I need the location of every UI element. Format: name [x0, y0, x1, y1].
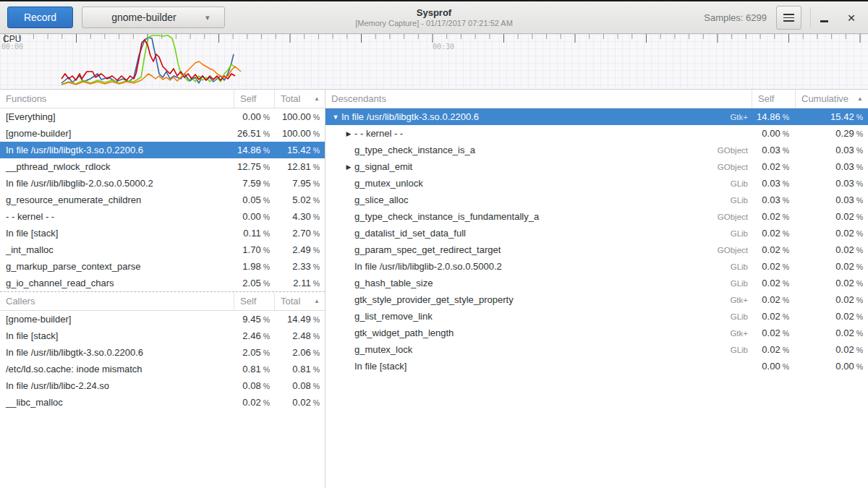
- self-percent: 0.11%: [234, 228, 275, 239]
- library-badge: GLib: [697, 229, 752, 238]
- cumulative-percent: 0.02%: [796, 244, 868, 255]
- self-percent: 0.02%: [752, 261, 796, 272]
- functions-table-row[interactable]: g_io_channel_read_chars2.05%2.11%: [0, 275, 325, 291]
- descendants-tree-row[interactable]: g_slice_allocGLib0.03%0.03%: [326, 192, 868, 208]
- function-name: - - kernel - -: [0, 211, 234, 222]
- callers-table-row[interactable]: In file /usr/lib/libc-2.24.so0.08%0.08%: [0, 377, 325, 394]
- descendants-tree-row[interactable]: g_type_check_instance_is_aGObject0.03%0.…: [326, 142, 868, 158]
- function-name: In file /usr/lib/libc-2.24.so: [0, 380, 234, 391]
- minimize-button[interactable]: [812, 1, 836, 34]
- tree-row-name: gtk_style_provider_get_style_property: [326, 294, 697, 305]
- library-badge: Gtk+: [697, 296, 752, 304]
- functions-table-row[interactable]: - - kernel - -0.00%4.30%: [0, 208, 325, 225]
- total-percent: 2.33%: [275, 261, 325, 272]
- self-column-header[interactable]: Self: [234, 90, 275, 108]
- tree-row-name: gtk_widget_path_length: [326, 328, 697, 338]
- total-column-header[interactable]: Total▲: [275, 90, 325, 108]
- self-percent: 0.02%: [752, 228, 796, 239]
- expander-closed-icon[interactable]: ▶: [343, 130, 354, 137]
- self-percent: 14.86%: [234, 145, 275, 155]
- record-button[interactable]: Record: [7, 7, 73, 28]
- close-button[interactable]: ×: [839, 1, 864, 34]
- descendants-tree-row[interactable]: In file /usr/lib/libglib-2.0.so.0.5000.2…: [326, 258, 868, 275]
- cumulative-column-header[interactable]: Cumulative▲: [796, 90, 868, 108]
- self-percent: 12.75%: [234, 161, 275, 172]
- window-title: Sysprof: [417, 7, 451, 19]
- self-column-header[interactable]: Self: [752, 90, 796, 108]
- menu-button[interactable]: [776, 6, 801, 30]
- library-badge: GLib: [697, 196, 752, 205]
- function-name: g_slice_alloc: [354, 194, 408, 205]
- callers-table-row[interactable]: [gnome-builder]9.45%14.49%: [0, 311, 325, 328]
- descendants-tree-row[interactable]: g_list_remove_linkGLib0.02%0.02%: [326, 308, 868, 325]
- process-selector-value: gnome-builder: [82, 12, 205, 23]
- callers-table-row[interactable]: In file /usr/lib/libgtk-3.so.0.2200.62.0…: [0, 344, 325, 361]
- cumulative-percent: 0.03%: [796, 194, 868, 205]
- function-name: In file /usr/lib/libgtk-3.so.0.2200.6: [0, 145, 234, 155]
- callers-table-row[interactable]: In file [stack]2.46%2.48%: [0, 328, 325, 344]
- callers-column-header[interactable]: Callers: [0, 292, 234, 310]
- descendants-tree-row[interactable]: g_type_check_instance_is_fundamentally_a…: [326, 208, 868, 225]
- descendants-tree-row[interactable]: ▶- - kernel - -0.00%0.29%: [326, 125, 868, 142]
- library-badge: GObject: [697, 213, 752, 221]
- sort-ascending-icon: ▲: [857, 95, 863, 102]
- tree-row-name: g_hash_table_size: [326, 278, 697, 288]
- function-name: In file [stack]: [0, 330, 234, 341]
- cpu-timeline-graph[interactable]: CPU 00:00 00:30: [0, 34, 868, 90]
- functions-column-header[interactable]: Functions: [0, 90, 234, 108]
- process-selector-dropdown[interactable]: gnome-builder ▾: [82, 7, 225, 28]
- descendants-tree-row[interactable]: ▼In file /usr/lib/libgtk-3.so.0.2200.6Gt…: [326, 108, 868, 125]
- callers-table-row[interactable]: /etc/ld.so.cache: inode mismatch0.81%0.8…: [0, 361, 325, 377]
- sort-ascending-icon: ▲: [314, 298, 320, 304]
- descendants-tree-row[interactable]: gtk_style_provider_get_style_propertyGtk…: [326, 291, 868, 308]
- expander-open-icon[interactable]: ▼: [330, 114, 341, 121]
- self-percent: 2.05%: [234, 278, 275, 288]
- record-button-label: Record: [24, 12, 56, 23]
- self-percent: 0.03%: [752, 145, 796, 155]
- descendants-tree-row[interactable]: g_mutex_lockGLib0.02%0.02%: [326, 341, 868, 358]
- function-name: - - kernel - -: [354, 128, 403, 139]
- descendants-tree-row[interactable]: g_datalist_id_set_data_fullGLib0.02%0.02…: [326, 225, 868, 241]
- descendants-tree-row[interactable]: g_param_spec_get_redirect_targetGObject0…: [326, 241, 868, 258]
- functions-table-row[interactable]: In file /usr/lib/libglib-2.0.so.0.5000.2…: [0, 175, 325, 192]
- functions-table-row[interactable]: g_resource_enumerate_children0.05%5.02%: [0, 192, 325, 208]
- functions-table-row[interactable]: _int_malloc1.70%2.49%: [0, 241, 325, 258]
- descendants-column-header[interactable]: Descendants: [326, 90, 752, 108]
- descendants-tree-row[interactable]: ▶g_signal_emitGObject0.02%0.03%: [326, 158, 868, 175]
- descendants-tree-row[interactable]: In file [stack]0.00%0.00%: [326, 358, 868, 374]
- descendants-tree-row[interactable]: gtk_widget_path_lengthGtk+0.02%0.02%: [326, 325, 868, 341]
- functions-table-row[interactable]: __pthread_rwlock_rdlock12.75%12.81%: [0, 158, 325, 175]
- function-name: gtk_style_provider_get_style_property: [354, 294, 514, 305]
- function-name: g_type_check_instance_is_a: [354, 145, 475, 155]
- function-name: In file [stack]: [0, 228, 234, 239]
- functions-table-row[interactable]: [gnome-builder]26.51%100.00%: [0, 125, 325, 142]
- sysprof-window: Record gnome-builder ▾ Sysprof [Memory C…: [0, 0, 868, 488]
- self-percent: 0.02%: [752, 211, 796, 222]
- descendants-tree-row[interactable]: g_hash_table_sizeGLib0.02%0.02%: [326, 275, 868, 291]
- functions-table-row[interactable]: In file /usr/lib/libgtk-3.so.0.2200.614.…: [0, 142, 325, 158]
- self-percent: 0.00%: [234, 211, 275, 222]
- self-percent: 14.86%: [752, 111, 796, 122]
- total-percent: 2.49%: [275, 244, 325, 255]
- total-percent: 7.95%: [275, 178, 325, 189]
- cumulative-percent: 0.02%: [796, 278, 868, 288]
- timeline-mid-label: 00:30: [433, 43, 454, 51]
- self-percent: 0.03%: [752, 194, 796, 205]
- functions-table-row[interactable]: In file [stack]0.11%2.70%: [0, 225, 325, 241]
- self-percent: 0.02%: [752, 294, 796, 305]
- tree-row-name: g_type_check_instance_is_a: [326, 145, 697, 155]
- functions-table-row[interactable]: g_markup_parse_context_parse1.98%2.33%: [0, 258, 325, 275]
- descendants-tree-row[interactable]: g_mutex_unlockGLib0.03%0.03%: [326, 175, 868, 192]
- function-name: [gnome-builder]: [0, 314, 234, 325]
- callers-table-row[interactable]: __libc_malloc0.02%0.02%: [0, 394, 325, 411]
- self-percent: 1.70%: [234, 244, 275, 255]
- function-name: __pthread_rwlock_rdlock: [0, 161, 234, 172]
- cumulative-percent: 0.02%: [796, 311, 868, 322]
- total-column-header[interactable]: Total▲: [275, 292, 325, 310]
- self-column-header[interactable]: Self: [234, 292, 275, 310]
- cumulative-percent: 0.02%: [796, 261, 868, 272]
- expander-closed-icon[interactable]: ▶: [343, 163, 354, 171]
- self-percent: 0.02%: [752, 244, 796, 255]
- functions-table-row[interactable]: [Everything]0.00%100.00%: [0, 108, 325, 125]
- self-percent: 2.46%: [234, 330, 275, 341]
